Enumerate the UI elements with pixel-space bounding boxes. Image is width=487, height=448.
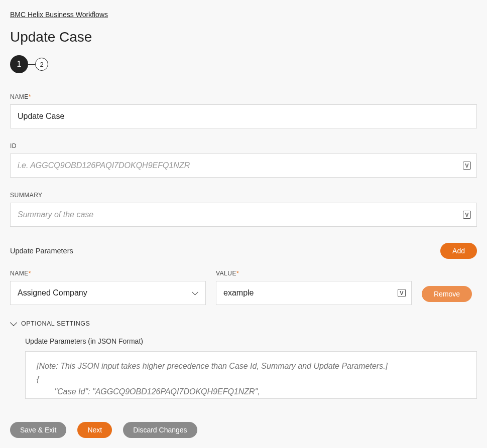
next-button[interactable]: Next: [77, 422, 112, 438]
variable-picker-icon[interactable]: V: [398, 289, 406, 297]
step-connector: [28, 64, 35, 65]
add-param-button[interactable]: Add: [440, 243, 477, 259]
name-input[interactable]: [10, 104, 477, 128]
variable-picker-icon[interactable]: V: [463, 211, 471, 219]
footer-actions: Save & Exit Next Discard Changes: [10, 422, 197, 438]
param-value-input[interactable]: [216, 281, 412, 305]
params-section-title: Update Parameters: [10, 247, 73, 255]
chevron-down-icon: [10, 319, 17, 326]
variable-picker-icon[interactable]: V: [463, 162, 471, 170]
param-name-label: NAME*: [10, 270, 206, 277]
page-title: Update Case: [10, 29, 477, 45]
json-params-textarea[interactable]: [25, 351, 477, 399]
discard-button[interactable]: Discard Changes: [123, 422, 197, 438]
id-label: ID: [10, 142, 477, 150]
id-input[interactable]: [10, 154, 477, 178]
param-name-select[interactable]: Assigned Company: [10, 281, 206, 305]
param-row: NAME* Assigned Company VALUE* V Remove: [10, 270, 477, 305]
step-2[interactable]: 2: [35, 58, 48, 71]
optional-settings-label: OPTIONAL SETTINGS: [21, 320, 90, 327]
remove-param-button[interactable]: Remove: [422, 286, 472, 302]
step-indicator: 1 2: [10, 55, 477, 73]
summary-input[interactable]: [10, 203, 477, 227]
name-label: NAME*: [10, 93, 477, 100]
param-name-value: Assigned Company: [18, 288, 87, 297]
save-exit-button[interactable]: Save & Exit: [10, 422, 66, 438]
summary-label: SUMMARY: [10, 192, 477, 199]
step-1[interactable]: 1: [10, 55, 28, 73]
optional-settings-toggle[interactable]: OPTIONAL SETTINGS: [10, 320, 477, 327]
breadcrumb[interactable]: BMC Helix Business Workflows: [10, 11, 108, 19]
param-value-label: VALUE*: [216, 270, 412, 277]
json-params-label: Update Parameters (in JSON Format): [25, 337, 477, 345]
